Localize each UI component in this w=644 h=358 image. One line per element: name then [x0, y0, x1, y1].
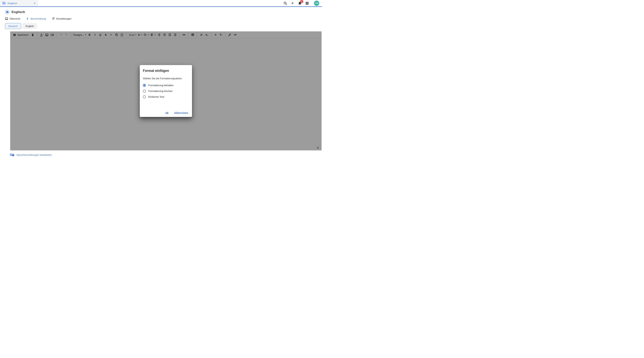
language-button-deutsch[interactable]: Deutsch: [5, 23, 21, 29]
apps-grid-icon[interactable]: [305, 1, 309, 5]
add-icon[interactable]: +: [291, 1, 294, 5]
option-einfacher-text[interactable]: Einfacher Text: [143, 95, 189, 98]
user-avatar[interactable]: CB: [314, 1, 319, 5]
notification-badge: 2: [300, 0, 303, 3]
top-bar: Englisch × + 2 CB: [0, 0, 322, 7]
rich-text-editor: Speichern: [10, 31, 322, 151]
search-icon[interactable]: [283, 1, 287, 5]
ok-button[interactable]: ok: [165, 111, 168, 114]
tab-einstellungen[interactable]: ⚙ ⚙ Einstellungen: [52, 17, 72, 20]
folder-badge-icon: [5, 10, 10, 14]
format-options: Formatierung behalten Formatierung lösch…: [143, 84, 189, 98]
language-button-english[interactable]: English: [22, 23, 37, 29]
dialog-title: Format einfügen: [143, 69, 189, 72]
language-switcher: Deutsch English: [5, 23, 322, 29]
format-paste-dialog: Format einfügen Wählen Sie die Formatier…: [140, 65, 192, 117]
tab-label: Englisch: [8, 2, 31, 5]
radio-icon[interactable]: [143, 89, 146, 92]
tab-label: Beschreibung: [30, 17, 46, 20]
notifications-bell-icon[interactable]: 2: [298, 1, 302, 5]
text-format-icon: T: [26, 17, 29, 20]
tab-label: Übersicht: [10, 17, 20, 20]
radio-icon[interactable]: [143, 84, 146, 87]
tab-beschreibung[interactable]: T Beschreibung: [26, 17, 46, 20]
radio-icon[interactable]: [143, 95, 146, 98]
dialog-subtitle: Wählen Sie die Formatierungsaktion: [143, 77, 189, 80]
topbar-actions: + 2 CB: [283, 0, 319, 6]
chart-image-icon: [5, 17, 8, 20]
translate-icon: A *: [10, 153, 14, 156]
page-content: Englisch Übersicht T Beschreibung ⚙ ⚙ Ei…: [0, 10, 322, 156]
dialog-actions: ok Abbrechen: [165, 111, 188, 114]
open-tab-englisch[interactable]: Englisch ×: [0, 0, 38, 6]
section-tabs: Übersicht T Beschreibung ⚙ ⚙ Einstellung…: [5, 17, 322, 20]
language-settings-link[interactable]: A * Spracheinstellungen bearbeiten: [10, 153, 322, 156]
tab-label: Einstellungen: [56, 17, 72, 20]
close-icon[interactable]: ×: [33, 2, 36, 5]
cancel-button[interactable]: Abbrechen: [174, 111, 188, 114]
tab-uebersicht[interactable]: Übersicht: [5, 17, 20, 20]
title-row: Englisch: [5, 10, 322, 14]
option-formatierung-behalten[interactable]: Formatierung behalten: [143, 84, 189, 87]
folder-icon: [2, 2, 6, 4]
option-formatierung-loeschen[interactable]: Formatierung löschen: [143, 89, 189, 92]
gear-icon: ⚙ ⚙: [52, 17, 55, 20]
page-title: Englisch: [12, 10, 25, 14]
